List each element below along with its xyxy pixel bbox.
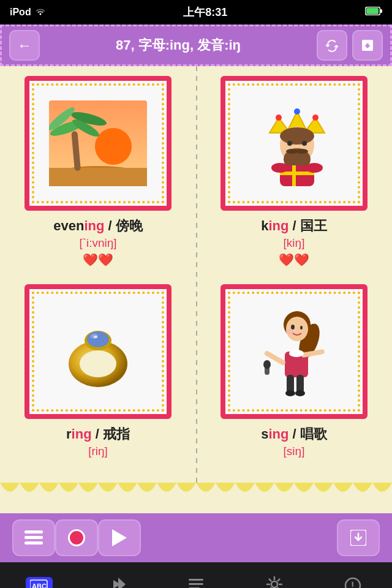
svg-text:ABC: ABC (32, 582, 47, 589)
svg-point-20 (302, 141, 307, 146)
svg-point-44 (263, 360, 271, 369)
word-highlight-king: ing (268, 218, 288, 233)
svg-point-17 (280, 127, 314, 145)
tab-icon-sound-to-letter (108, 576, 127, 588)
status-right (365, 7, 382, 18)
svg-point-39 (285, 330, 293, 334)
svg-rect-61 (189, 579, 203, 581)
play-button[interactable] (98, 519, 141, 556)
card-evening[interactable]: evening / 傍晚 [`i:vniŋ] ❤️❤️ (0, 66, 196, 274)
svg-rect-52 (24, 541, 43, 545)
svg-point-14 (294, 108, 300, 115)
tab-sentence[interactable]: 句子练习 (157, 562, 235, 588)
card-image-frame-king (221, 76, 368, 211)
battery-icon (365, 7, 382, 18)
card-image-frame-ring (24, 284, 172, 419)
evening-image (43, 94, 153, 192)
card-ring[interactable]: ring / 戒指 [riŋ] (0, 274, 196, 483)
svg-rect-2 (380, 9, 382, 13)
refresh-button[interactable] (317, 30, 347, 61)
card-king[interactable]: king / 国王 [kiŋ] ❤️❤️ (196, 66, 392, 274)
tab-icon-letter-to-sound: ABC (26, 577, 53, 589)
card-image-frame-sing (221, 284, 368, 419)
svg-point-13 (276, 115, 282, 121)
svg-text:!: ! (351, 581, 354, 589)
word-highlight-sing: ing (268, 426, 288, 442)
svg-point-4 (95, 128, 132, 165)
tab-settings[interactable]: 设定 (235, 562, 314, 588)
word-highlight-ring: ing (72, 426, 92, 442)
word-prefix-ring: r (66, 426, 72, 442)
svg-point-48 (295, 390, 305, 396)
header-title: 87, 字母:ing, 发音:iŋ (40, 36, 317, 55)
svg-rect-6 (49, 168, 147, 186)
svg-point-33 (94, 336, 97, 338)
card-phonetic-king: [kiŋ] (284, 236, 305, 250)
status-left: iPod (10, 7, 46, 18)
svg-point-36 (286, 317, 308, 341)
svg-rect-24 (292, 165, 296, 186)
card-word-evening: evening / 傍晚 (53, 217, 143, 235)
card-phonetic-ring: [riŋ] (88, 445, 108, 458)
svg-rect-1 (366, 8, 379, 14)
tab-app-info[interactable]: ! App Info (314, 562, 392, 588)
svg-point-27 (306, 163, 323, 173)
svg-point-49 (289, 350, 304, 357)
card-image-frame-evening (24, 76, 172, 211)
card-phonetic-evening: [`i:vniŋ] (79, 236, 116, 250)
svg-point-15 (312, 115, 318, 121)
main-content: evening / 傍晚 [`i:vniŋ] ❤️❤️ (0, 66, 392, 483)
svg-point-31 (87, 331, 109, 347)
tabbar: ABC 字母找发音 发音找字母 句子练习 (0, 562, 392, 588)
svg-point-29 (80, 350, 116, 377)
tab-sound-to-letter[interactable]: 发音找字母 (78, 562, 157, 588)
record-button[interactable] (55, 519, 98, 556)
header: ← 87, 字母:ing, 发音:iŋ (0, 24, 392, 66)
svg-point-37 (291, 325, 295, 330)
svg-point-64 (271, 581, 277, 587)
svg-rect-25 (280, 172, 314, 175)
status-time: 上午8:31 (183, 5, 227, 20)
svg-point-47 (285, 390, 295, 396)
header-actions (317, 30, 383, 61)
svg-marker-53 (112, 529, 127, 546)
svg-rect-51 (24, 536, 43, 539)
tab-icon-app-info: ! (344, 577, 361, 589)
svg-point-22 (296, 149, 308, 154)
word-highlight-evening: ing (84, 218, 104, 233)
svg-marker-60 (118, 578, 126, 588)
toolbar-download-button[interactable] (337, 519, 380, 556)
svg-point-38 (300, 326, 303, 330)
ring-image (43, 303, 153, 401)
heart-evening: ❤️❤️ (83, 252, 113, 267)
card-word-sing: sing / 唱歌 (261, 425, 327, 443)
device-label: iPod (10, 7, 31, 18)
card-word-king: king / 国王 (261, 217, 327, 235)
card-word-ring: ring / 戒指 (66, 425, 130, 443)
word-prefix-sing: s (261, 426, 268, 442)
tab-letter-to-sound[interactable]: ABC 字母找发音 (0, 562, 78, 588)
svg-point-26 (271, 163, 288, 173)
heart-king: ❤️❤️ (279, 252, 309, 267)
wifi-icon (35, 7, 46, 18)
status-bar: iPod 上午8:31 (0, 0, 392, 24)
download-button[interactable] (352, 30, 383, 61)
svg-point-19 (287, 141, 292, 146)
tab-icon-settings (266, 576, 283, 588)
svg-rect-62 (189, 583, 203, 585)
card-phonetic-sing: [siŋ] (284, 445, 305, 458)
svg-rect-50 (24, 530, 43, 533)
tab-icon-sentence (187, 576, 205, 588)
list-button[interactable] (12, 519, 55, 556)
toolbar (0, 513, 392, 562)
back-button[interactable]: ← (9, 30, 40, 61)
card-sing[interactable]: sing / 唱歌 [siŋ] (196, 274, 392, 483)
word-prefix-evening: even (53, 218, 84, 233)
sing-image (239, 303, 349, 401)
king-image (239, 94, 349, 192)
word-prefix-king: k (261, 218, 268, 233)
